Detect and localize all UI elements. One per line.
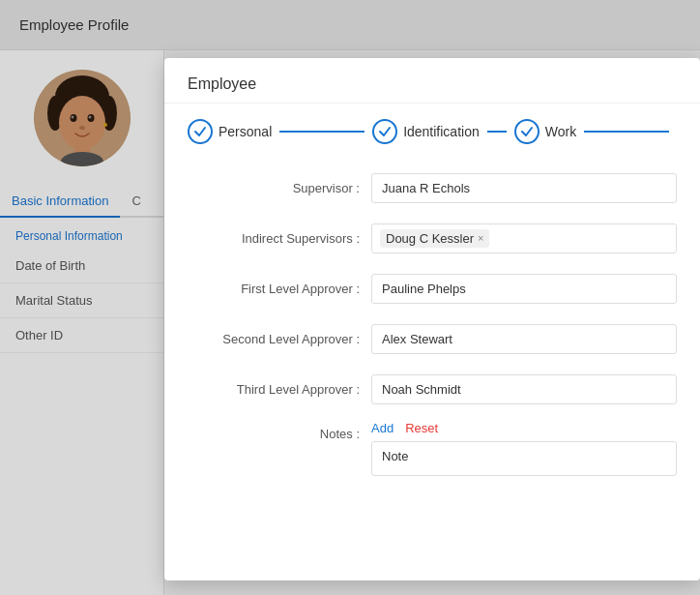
- modal-header: Employee: [164, 58, 700, 104]
- second-level-value[interactable]: Alex Stewart: [371, 324, 677, 354]
- note-text[interactable]: Note: [371, 441, 677, 476]
- modal-form: Supervisor : Juana R Echols Indirect Sup…: [164, 160, 700, 509]
- first-level-label: First Level Approver :: [188, 282, 371, 296]
- step-line-1: [279, 131, 365, 133]
- step-work-icon: [514, 119, 540, 144]
- third-level-approver-row: Third Level Approver : Noah Schmidt: [188, 371, 677, 407]
- notes-row: Notes : Add Reset Note: [188, 421, 677, 476]
- step-identification-label: Identification: [403, 124, 480, 139]
- tag-text: Doug C Kessler: [386, 231, 474, 246]
- supervisor-value[interactable]: Juana R Echols: [371, 173, 677, 203]
- second-level-label: Second Level Approver :: [188, 332, 371, 346]
- step-personal-label: Personal: [219, 124, 272, 139]
- third-level-value[interactable]: Noah Schmidt: [371, 374, 677, 404]
- stepper: Personal Identification Work: [164, 104, 700, 160]
- first-level-value[interactable]: Pauline Phelps: [371, 274, 677, 304]
- step-personal[interactable]: Personal: [188, 119, 272, 144]
- supervisor-label: Supervisor :: [188, 181, 371, 195]
- step-identification-icon: [372, 119, 397, 144]
- notes-content: Add Reset Note: [371, 421, 677, 476]
- step-line-3: [584, 131, 669, 133]
- second-level-approver-row: Second Level Approver : Alex Stewart: [188, 320, 677, 357]
- reset-notes-button[interactable]: Reset: [405, 421, 438, 435]
- indirect-supervisors-label: Indirect Supervisors :: [188, 231, 371, 246]
- supervisor-row: Supervisor : Juana R Echols: [188, 169, 677, 206]
- third-level-label: Third Level Approver :: [188, 382, 371, 397]
- step-personal-icon: [188, 119, 213, 144]
- notes-label: Notes :: [188, 421, 371, 441]
- step-work-label: Work: [545, 124, 576, 139]
- employee-modal: Employee Personal Identification: [164, 58, 700, 580]
- first-level-approver-row: First Level Approver : Pauline Phelps: [188, 270, 677, 307]
- indirect-supervisors-row: Indirect Supervisors : Doug C Kessler ×: [188, 220, 677, 256]
- step-work[interactable]: Work: [514, 119, 576, 144]
- step-identification[interactable]: Identification: [372, 119, 480, 144]
- indirect-supervisors-field[interactable]: Doug C Kessler ×: [371, 223, 677, 253]
- tag-remove-icon[interactable]: ×: [478, 232, 483, 244]
- add-note-button[interactable]: Add: [371, 421, 394, 435]
- step-line-2: [487, 131, 507, 133]
- modal-title: Employee: [188, 75, 256, 92]
- notes-actions: Add Reset: [371, 421, 677, 435]
- supervisor-tag: Doug C Kessler ×: [380, 229, 489, 248]
